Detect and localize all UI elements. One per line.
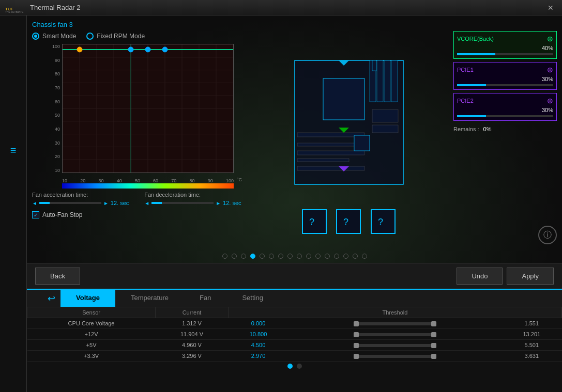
table-row: +5V 4.960 V 4.500 5.501: [27, 340, 562, 351]
threshold-max-0: 1.551: [502, 318, 561, 329]
page-dot-1[interactable]: [232, 254, 237, 259]
threshold-slider-0[interactable]: [288, 318, 502, 329]
pcie1-bar-fill: [457, 84, 486, 86]
threshold-slider-3[interactable]: [288, 351, 502, 362]
tab-setting[interactable]: Setting: [226, 290, 278, 307]
page-dot-7[interactable]: [287, 254, 293, 259]
svg-point-24: [162, 47, 168, 52]
mb-svg: [292, 58, 406, 208]
vcore-add-button[interactable]: ⊕: [547, 35, 553, 43]
pcie2-add-button[interactable]: ⊕: [547, 97, 553, 105]
remains-label: Remains :: [453, 126, 479, 132]
svg-rect-26: [323, 79, 364, 120]
main-container: ≡ Chassis fan 3 Smart Mode Fixed RPM Mod…: [0, 15, 562, 392]
pcie1-percent: 30%: [542, 76, 553, 82]
bottom-back-icon[interactable]: ↩: [48, 293, 55, 304]
threshold-min-0: 0.000: [228, 318, 288, 329]
auto-fan-stop[interactable]: Auto-Fan Stop: [32, 211, 244, 218]
table-dot-0[interactable]: [287, 364, 293, 369]
page-dot-5[interactable]: [269, 254, 274, 259]
threshold-slider-1[interactable]: [288, 329, 502, 340]
acceleration-label: Fan acceleration time:: [32, 192, 129, 198]
svg-text:THE ULTIMATE: THE ULTIMATE: [5, 10, 24, 13]
fan-icon-3[interactable]: ?: [371, 209, 396, 234]
tab-temperature[interactable]: Temperature: [115, 290, 184, 307]
chart-x-labels: 10 20 30 40 50 60 70 80 90 100: [62, 178, 234, 183]
current-value-3: 3.296 V: [156, 351, 229, 362]
svg-rect-35: [297, 166, 364, 170]
threshold-min-2: 4.500: [228, 340, 288, 351]
page-dot-0[interactable]: [222, 254, 227, 259]
bottom-tabs: ↩ Voltage Temperature Fan Setting: [27, 290, 562, 307]
upper-panel: Chassis fan 3 Smart Mode Fixed RPM Mode …: [27, 15, 562, 249]
page-dot-3[interactable]: [250, 254, 255, 259]
pcie1-add-button[interactable]: ⊕: [547, 66, 553, 74]
chart-y-axis: 100 90 80 70 60 50 40 30 20 10: [48, 44, 62, 173]
deceleration-value: 12. sec: [223, 200, 241, 206]
page-dot-4[interactable]: [260, 254, 265, 259]
tab-voltage[interactable]: Voltage: [60, 290, 115, 307]
close-button[interactable]: ✕: [544, 3, 557, 13]
fan-title: Chassis fan 3: [32, 21, 244, 28]
pcie2-sensor-card: PCIE2 ⊕ 30%: [453, 93, 557, 121]
fan-icon-1[interactable]: ?: [302, 209, 327, 234]
page-dot-14[interactable]: [353, 254, 358, 259]
page-dot-10[interactable]: [315, 254, 321, 259]
mode-selector: Smart Mode Fixed RPM Mode: [32, 33, 244, 40]
fixed-rpm-label: Fixed RPM Mode: [97, 33, 145, 40]
page-dot-8[interactable]: [297, 254, 302, 259]
info-button[interactable]: ⓘ: [538, 226, 557, 244]
page-dot-9[interactable]: [306, 254, 311, 259]
acceleration-group: Fan acceleration time: ◄ ► 12. sec: [32, 192, 129, 206]
svg-point-21: [77, 47, 82, 52]
pcie1-name: PCIE1: [457, 67, 474, 73]
fan-control-panel: Chassis fan 3 Smart Mode Fixed RPM Mode …: [32, 21, 244, 244]
tab-fan[interactable]: Fan: [184, 290, 226, 307]
svg-text:?: ?: [378, 217, 383, 227]
back-button[interactable]: Back: [35, 268, 80, 285]
svg-point-23: [145, 47, 150, 52]
sidebar: ≡: [0, 15, 27, 392]
title-bar: TUF THE ULTIMATE Thermal Radar 2 ✕: [0, 0, 562, 15]
page-dot-12[interactable]: [334, 254, 339, 259]
mb-outline: ? ? ?: [292, 58, 406, 208]
current-value-2: 4.960 V: [156, 340, 229, 351]
fan-curve-chart[interactable]: % 100 90 80 70 60 50 40 30 20 10: [48, 44, 234, 189]
svg-text:?: ?: [309, 217, 314, 227]
sensor-name-0: CPU Core Voltage: [27, 318, 156, 329]
threshold-max-3: 3.631: [502, 351, 561, 362]
fixed-rpm-radio[interactable]: Fixed RPM Mode: [86, 33, 145, 40]
pcie2-bar-fill: [457, 115, 486, 117]
threshold-min-1: 10.800: [228, 329, 288, 340]
page-dot-15[interactable]: [362, 254, 367, 259]
remains-row: Remains : 0%: [453, 126, 557, 132]
current-value-0: 1.312 V: [156, 318, 229, 329]
undo-button[interactable]: Undo: [457, 268, 503, 285]
acceleration-control: ◄ ► 12. sec: [32, 200, 129, 206]
acceleration-right-arrow[interactable]: ►: [103, 200, 109, 206]
deceleration-left-arrow[interactable]: ◄: [144, 200, 149, 206]
table-dot-1[interactable]: [297, 364, 302, 369]
vcore-percent: 40%: [542, 45, 553, 51]
page-dot-2[interactable]: [241, 254, 246, 259]
page-dot-6[interactable]: [278, 254, 283, 259]
vcore-bar: [457, 53, 553, 55]
deceleration-slider[interactable]: [151, 202, 214, 204]
sidebar-menu-icon[interactable]: ≡: [10, 145, 17, 156]
acceleration-left-arrow[interactable]: ◄: [32, 200, 37, 206]
auto-fan-stop-checkbox[interactable]: [32, 211, 39, 218]
page-dot-11[interactable]: [325, 254, 330, 259]
chart-area[interactable]: [62, 44, 234, 173]
apply-button[interactable]: Apply: [507, 268, 554, 285]
smart-mode-radio[interactable]: Smart Mode: [32, 33, 76, 40]
svg-rect-34: [297, 159, 349, 162]
svg-rect-42: [372, 60, 376, 71]
page-dot-13[interactable]: [343, 254, 348, 259]
deceleration-label: Fan deceleration time:: [144, 192, 241, 198]
right-sensors-panel: VCORE(Back) ⊕ 40% PCIE1 ⊕: [453, 21, 557, 244]
deceleration-right-arrow[interactable]: ►: [216, 200, 221, 206]
fan-icon-2[interactable]: ?: [336, 209, 361, 234]
threshold-slider-2[interactable]: [288, 340, 502, 351]
acceleration-slider[interactable]: [39, 202, 101, 204]
deceleration-control: ◄ ► 12. sec: [144, 200, 241, 206]
